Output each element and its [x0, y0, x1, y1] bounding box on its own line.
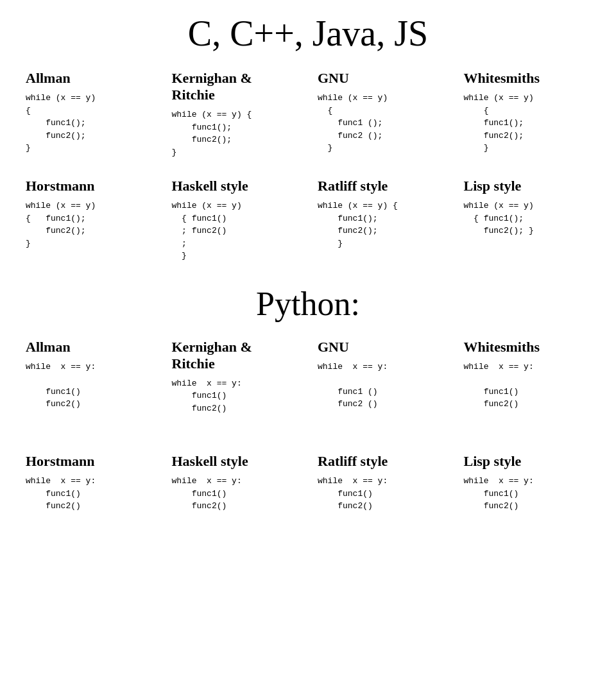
py-allman-label: Allman — [26, 339, 153, 355]
py-lisp-label: Lisp style — [464, 453, 591, 470]
c-grid-row2: Horstmann while (x == y) { func1(); func… — [19, 175, 597, 266]
py-haskell: Haskell style while x == y: func1() func… — [166, 450, 305, 516]
py-gnu-code: while x == y: func1 () func2 () — [318, 361, 445, 411]
py-allman-code: while x == y: func1() func2() — [26, 361, 153, 411]
python-grid-row1: Allman while x == y: func1() func2() Ker… — [19, 336, 597, 418]
c-ratliff-code: while (x == y) { func1(); func2(); } — [318, 200, 445, 250]
c-ratliff: Ratliff style while (x == y) { func1(); … — [311, 175, 451, 266]
python-grid-row2: Horstmann while x == y: func1() func2() … — [19, 450, 597, 516]
c-lisp-code: while (x == y) { func1(); func2(); } — [464, 200, 591, 237]
py-haskell-code: while x == y: func1() func2() — [172, 475, 299, 513]
py-lisp-code: while x == y: func1() func2() — [464, 475, 591, 513]
c-ratliff-label: Ratliff style — [318, 178, 445, 194]
c-kr: Kernighan & Ritchie while (x == y) { fun… — [166, 67, 305, 162]
c-horstmann-label: Horstmann — [26, 178, 153, 194]
py-gnu-label: GNU — [318, 339, 445, 355]
c-lisp-label: Lisp style — [464, 178, 591, 194]
c-horstmann-code: while (x == y) { func1(); func2(); } — [26, 200, 153, 250]
py-whitesmiths: Whitesmiths while x == y: func1() func2(… — [458, 336, 597, 418]
py-ratliff-label: Ratliff style — [318, 453, 445, 470]
py-ratliff-code: while x == y: func1() func2() — [318, 475, 445, 513]
c-haskell-code: while (x == y) { func1() ; func2() ; } — [172, 200, 299, 262]
c-whitesmiths-code: while (x == y) { func1(); func2(); } — [464, 92, 591, 155]
py-gnu: GNU while x == y: func1 () func2 () — [311, 336, 451, 418]
c-gnu-code: while (x == y) { func1 (); func2 (); } — [318, 92, 445, 155]
c-gnu-label: GNU — [318, 70, 445, 87]
py-ratliff: Ratliff style while x == y: func1() func… — [311, 450, 451, 516]
py-horstmann: Horstmann while x == y: func1() func2() — [19, 450, 159, 516]
py-haskell-label: Haskell style — [172, 453, 299, 470]
py-allman: Allman while x == y: func1() func2() — [19, 336, 159, 418]
main-title: C, C++, Java, JS — [19, 13, 597, 54]
py-kr-code: while x == y: func1() func2() — [172, 377, 299, 415]
c-kr-label: Kernighan & Ritchie — [172, 70, 299, 103]
c-whitesmiths: Whitesmiths while (x == y) { func1(); fu… — [458, 67, 597, 162]
py-kr-label: Kernighan & Ritchie — [172, 339, 299, 372]
py-horstmann-code: while x == y: func1() func2() — [26, 475, 153, 513]
c-allman: Allman while (x == y) { func1(); func2()… — [19, 67, 159, 162]
c-gnu: GNU while (x == y) { func1 (); func2 ();… — [311, 67, 451, 162]
c-horstmann: Horstmann while (x == y) { func1(); func… — [19, 175, 159, 266]
c-whitesmiths-label: Whitesmiths — [464, 70, 591, 87]
py-horstmann-label: Horstmann — [26, 453, 153, 470]
py-lisp: Lisp style while x == y: func1() func2() — [458, 450, 597, 516]
c-lisp: Lisp style while (x == y) { func1(); fun… — [458, 175, 597, 266]
python-title: Python: — [19, 285, 597, 323]
c-haskell-label: Haskell style — [172, 178, 299, 194]
py-whitesmiths-label: Whitesmiths — [464, 339, 591, 355]
c-grid-row1: Allman while (x == y) { func1(); func2()… — [19, 67, 597, 162]
py-whitesmiths-code: while x == y: func1() func2() — [464, 361, 591, 411]
c-allman-label: Allman — [26, 70, 153, 87]
c-allman-code: while (x == y) { func1(); func2(); } — [26, 92, 153, 155]
c-haskell: Haskell style while (x == y) { func1() ;… — [166, 175, 305, 266]
py-kr: Kernighan & Ritchie while x == y: func1(… — [166, 336, 305, 418]
c-kr-code: while (x == y) { func1(); func2(); } — [172, 108, 299, 158]
